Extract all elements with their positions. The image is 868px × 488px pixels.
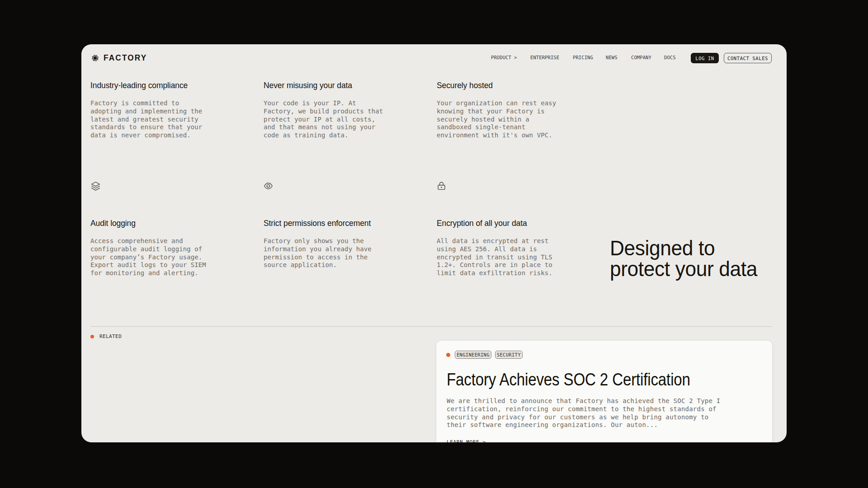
- page-card: FACTORY PRODUCT > ENTERPRISE PRICING NEW…: [81, 44, 787, 442]
- feature-title-permissions: Strict permissions enforcement: [264, 218, 371, 228]
- tag-security[interactable]: SECURITY: [495, 351, 523, 359]
- related-header: RELATED: [90, 333, 122, 339]
- feature-body-data-misuse: Your code is your IP. At Factory, we bui…: [264, 99, 413, 140]
- learn-more-link[interactable]: LEARN MORE >: [447, 439, 486, 442]
- feature-title-encryption: Encryption of all your data: [437, 218, 527, 228]
- factory-pinwheel-icon: [91, 54, 99, 62]
- layers-icon: [91, 181, 100, 191]
- brand-logo[interactable]: FACTORY: [91, 54, 149, 62]
- nav-docs[interactable]: DOCS: [664, 55, 676, 60]
- feature-title-audit: Audit logging: [90, 218, 136, 228]
- feature-title-compliance: Industry-leading compliance: [90, 80, 188, 90]
- log-in-button[interactable]: LOG IN: [691, 53, 719, 63]
- section-headline: Designed to protect your data: [610, 238, 757, 279]
- tag-row: ENGINEERING SECURITY: [455, 351, 523, 359]
- divider: [90, 326, 772, 327]
- tag-engineering[interactable]: ENGINEERING: [455, 351, 491, 359]
- nav-news[interactable]: NEWS: [606, 55, 618, 60]
- nav-enterprise[interactable]: ENTERPRISE: [530, 55, 559, 60]
- feature-body-audit: Access comprehensive and configurable au…: [90, 237, 240, 277]
- eye-icon: [264, 181, 273, 191]
- orange-dot-icon: [90, 335, 94, 338]
- lock-icon: [437, 181, 446, 191]
- related-label: RELATED: [99, 333, 122, 339]
- nav-company[interactable]: COMPANY: [631, 55, 651, 60]
- feature-body-hosted: Your organization can rest easy knowing …: [437, 99, 586, 140]
- related-article-card[interactable]: ENGINEERING SECURITY Factory Achieves SO…: [436, 341, 772, 442]
- nav-pricing[interactable]: PRICING: [573, 55, 593, 60]
- article-title: Factory Achieves SOC 2 Certification: [447, 370, 690, 389]
- feature-title-data-misuse: Never misusing your data: [264, 80, 352, 90]
- contact-sales-button[interactable]: CONTACT SALES: [724, 53, 772, 63]
- article-excerpt: We are thrilled to announce that Factory…: [447, 397, 745, 429]
- feature-title-hosted: Securely hosted: [437, 80, 493, 90]
- feature-body-permissions: Factory only shows you the information y…: [264, 237, 413, 269]
- brand-name: FACTORY: [104, 53, 147, 63]
- feature-body-encryption: All data is encrypted at rest using AES …: [437, 237, 586, 277]
- feature-body-compliance: Factory is committed to adopting and imp…: [90, 99, 240, 140]
- orange-dot-icon: [446, 353, 450, 357]
- nav-product[interactable]: PRODUCT >: [491, 55, 517, 60]
